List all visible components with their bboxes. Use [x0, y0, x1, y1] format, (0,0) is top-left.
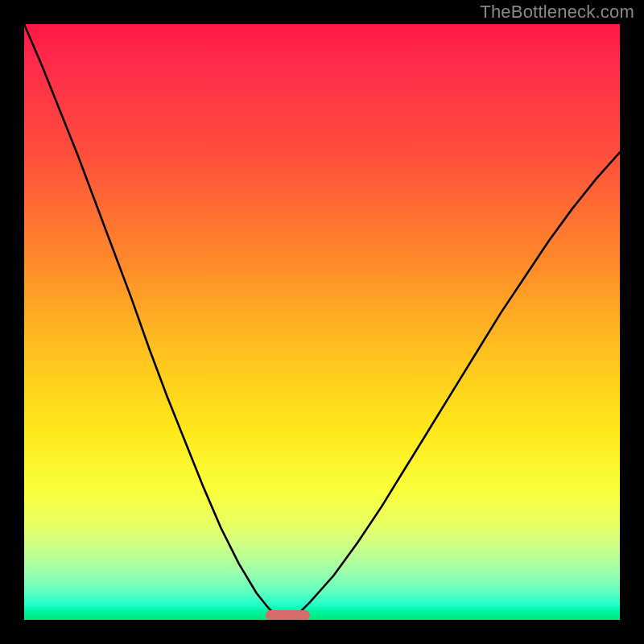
chart-frame: TheBottleneck.com	[0, 0, 644, 644]
curve-left-branch	[24, 24, 280, 620]
curve-right-branch	[292, 152, 620, 620]
optimal-range-marker	[266, 610, 311, 620]
watermark-text: TheBottleneck.com	[480, 2, 634, 23]
bottleneck-curve	[24, 24, 620, 620]
plot-area	[24, 24, 620, 620]
